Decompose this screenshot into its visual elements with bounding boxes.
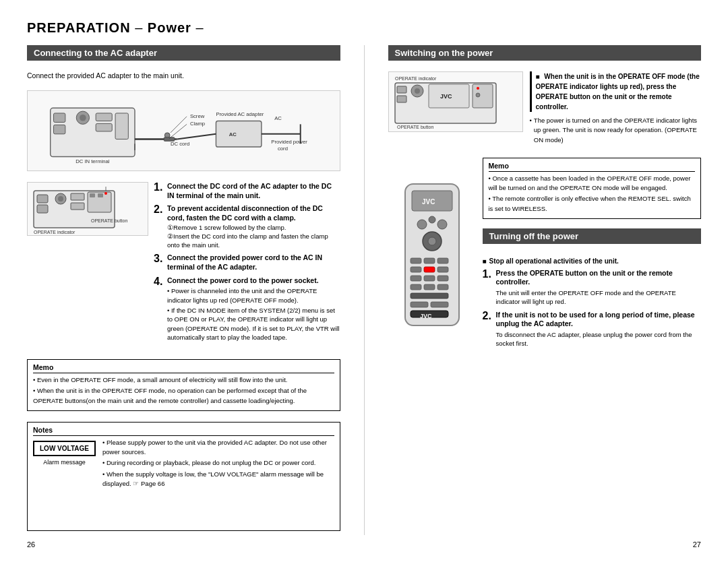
low-voltage-box: LOW VOLTAGE (33, 441, 96, 456)
svg-text:DC cord: DC cord (171, 141, 189, 147)
memo-text: Even in the OPERATE OFF mode, a small am… (33, 375, 334, 406)
svg-rect-64 (411, 267, 421, 272)
turn-off-step-1-bold: Press the OPERATE button on the unit or … (496, 269, 702, 287)
svg-text:cord: cord (278, 146, 288, 152)
remote-svg: JVC (392, 181, 473, 329)
right-top-section: OPERATE indicator JVC OPERATE button (388, 71, 702, 147)
notes-item-1: Please supply power to the unit via the … (102, 438, 334, 458)
turn-off-section: Stop all operational activities of the u… (483, 257, 702, 352)
notes-title: Notes (33, 426, 334, 436)
title-power: Power (148, 20, 191, 35)
svg-text:Provided AC adapter: Provided AC adapter (216, 111, 264, 117)
svg-rect-35 (90, 193, 95, 197)
svg-rect-66 (437, 267, 448, 272)
svg-text:DC IN terminal: DC IN terminal (75, 158, 110, 164)
right-memo-title: Memo (489, 162, 696, 172)
svg-point-52 (476, 93, 480, 97)
svg-point-46 (415, 88, 420, 94)
memo-title: Memo (33, 363, 334, 373)
content-area: Connecting to the AC adapter Connect the… (27, 45, 701, 535)
section-header-ac: Connecting to the AC adapter (27, 45, 340, 61)
svg-rect-63 (437, 258, 448, 263)
svg-text:OPERATE button: OPERATE button (91, 218, 127, 223)
step-2-sub2: ②Insert the DC cord into the clamp and f… (167, 232, 340, 250)
column-divider (364, 45, 365, 535)
svg-text:JVC: JVC (420, 313, 432, 319)
svg-rect-70 (411, 284, 421, 290)
stop-all-text: Stop all operational activities of the u… (483, 257, 702, 265)
right-intro-text: ■ When the unit is in the OPERATE OFF mo… (530, 71, 702, 147)
title-preparation: PREPARATION (27, 20, 131, 35)
svg-rect-68 (424, 276, 435, 281)
turn-off-step-1-sub: The unit will enter the OPERATE OFF mode… (496, 288, 702, 307)
svg-text:OPERATE indicator: OPERATE indicator (34, 230, 75, 235)
notes-item-2: During recording or playback, please do … (102, 458, 334, 468)
svg-point-57 (429, 216, 435, 223)
svg-rect-73 (411, 293, 448, 299)
svg-rect-62 (424, 258, 435, 263)
svg-line-26 (177, 134, 216, 139)
turn-off-step-1: 1. Press the OPERATE button on the unit … (483, 269, 702, 307)
svg-rect-6 (96, 123, 112, 131)
svg-rect-33 (71, 203, 84, 210)
svg-rect-75 (431, 302, 448, 307)
notes-text: Please supply power to the unit via the … (102, 438, 334, 489)
page-title: PREPARATION – Power – (27, 20, 701, 36)
main-device-diagram: DC IN terminal DC cord Screw Clamp AC Pr… (27, 90, 340, 171)
small-device-svg: OPERATE indicator OPERATE button (30, 185, 145, 236)
page-number-right: 27 (693, 540, 701, 549)
svg-rect-7 (115, 113, 128, 139)
svg-rect-44 (397, 96, 406, 102)
svg-rect-1 (54, 113, 65, 122)
svg-point-50 (477, 87, 479, 90)
right-device-svg: OPERATE indicator JVC OPERATE button (392, 75, 523, 132)
section-intro-ac: Connect the provided AC adapter to the m… (27, 71, 340, 80)
step-4: 4. Connect the power cord to the power s… (154, 276, 340, 342)
svg-rect-43 (397, 86, 406, 93)
step-3-text: Connect the provided power cord to the A… (167, 253, 340, 272)
svg-point-4 (80, 115, 86, 121)
svg-rect-36 (98, 193, 103, 197)
svg-rect-71 (424, 284, 435, 290)
memo-item-2: When the unit is in the OPERATE OFF mode… (33, 386, 334, 406)
right-intro-bold: ■ When the unit is in the OPERATE OFF mo… (530, 71, 702, 112)
svg-line-16 (171, 117, 187, 133)
page-number-left: 26 (27, 540, 35, 549)
step-1-text: Connect the DC cord of the AC adapter to… (167, 182, 340, 200)
svg-text:Provided power: Provided power (271, 139, 307, 145)
right-memo-item-2: The remote controller is only effective … (489, 194, 696, 214)
svg-rect-13 (164, 137, 174, 142)
svg-rect-5 (96, 113, 112, 121)
svg-text:OPERATE button: OPERATE button (397, 125, 433, 129)
right-device-diagram: OPERATE indicator JVC OPERATE button (388, 71, 523, 132)
step-4-sub2: • If the DC IN MODE item of the SYSTEM (… (167, 306, 340, 342)
svg-point-38 (104, 192, 107, 195)
steps-container: 1. Connect the DC cord of the AC adapter… (154, 182, 340, 346)
step-2-sub1: ①Remove 1 screw followed by the clamp. (167, 223, 340, 232)
svg-rect-49 (473, 84, 493, 108)
turn-off-step-2-sub: To disconnect the AC adapter, please unp… (496, 330, 702, 348)
page-numbers: 26 27 (27, 540, 701, 549)
svg-rect-72 (437, 284, 448, 290)
svg-point-60 (428, 237, 436, 245)
notes-diagram: LOW VOLTAGE Alarm message (33, 438, 96, 490)
svg-text:Screw: Screw (190, 113, 205, 119)
right-memo-item-1: Once a cassette has been loaded in the O… (489, 174, 696, 193)
page: PREPARATION – Power – Connecting to the … (0, 0, 728, 562)
svg-point-56 (417, 220, 427, 229)
section-header-switching: Switching on the power (388, 45, 702, 61)
svg-rect-18 (216, 121, 261, 148)
right-intro-bullet: The power is turned on and the OPERATE i… (530, 116, 702, 145)
svg-point-31 (58, 196, 63, 201)
svg-text:Clamp: Clamp (190, 121, 205, 127)
svg-point-58 (437, 220, 447, 229)
svg-rect-74 (411, 302, 428, 307)
svg-text:AC: AC (274, 115, 282, 121)
svg-rect-61 (411, 258, 421, 263)
right-memo-box: Memo Once a cassette has been loaded in … (483, 158, 702, 219)
alarm-label: Alarm message (33, 459, 96, 466)
svg-rect-2 (54, 125, 65, 133)
turn-off-step-2-bold: If the unit is not to be used for a long… (496, 311, 702, 329)
svg-text:JVC: JVC (440, 93, 452, 100)
small-device-diagram: OPERATE indicator OPERATE button (27, 182, 148, 236)
